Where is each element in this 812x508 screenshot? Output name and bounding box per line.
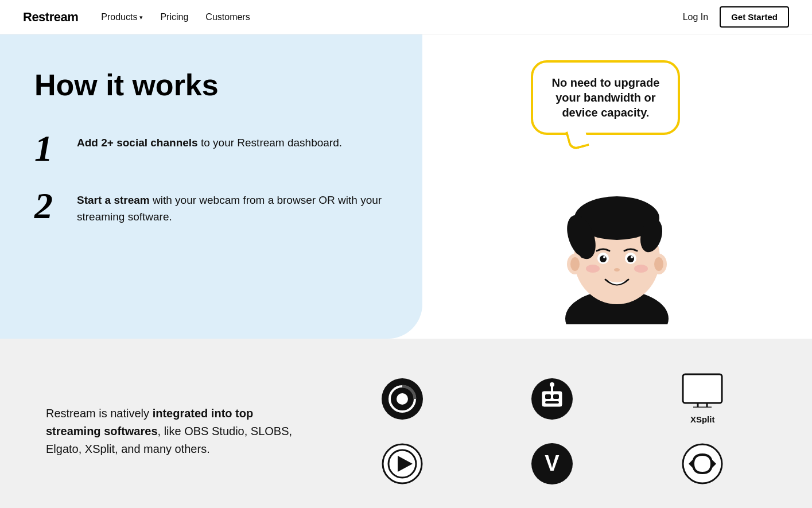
hero-left-panel: How it works 1 Add 2+ social channels to…: [0, 34, 422, 339]
navigation: Restream Products ▾ Pricing Customers Lo…: [0, 0, 812, 34]
svg-text:V: V: [545, 451, 560, 475]
chevron-down-icon: ▾: [139, 14, 143, 21]
sync-logo: [682, 443, 723, 484]
nav-customers[interactable]: Customers: [205, 12, 250, 22]
vmix-logo: V: [531, 443, 573, 484]
login-button[interactable]: Log In: [683, 12, 708, 22]
obs-logo: [382, 378, 423, 420]
step-2-number: 2: [34, 188, 63, 224]
streamlabs-logo: [531, 378, 573, 420]
svg-point-9: [654, 257, 663, 271]
nav-pricing[interactable]: Pricing: [160, 12, 188, 22]
xsplit-label: XSplit: [690, 414, 715, 424]
step-2-text: Start a stream with your webcam from a b…: [77, 188, 388, 225]
page-title: How it works: [34, 69, 388, 102]
vmix-icon: V: [531, 443, 573, 484]
xsplit-logo: XSplit: [682, 373, 723, 424]
obs-icon: [382, 378, 423, 420]
svg-point-14: [627, 255, 634, 262]
svg-rect-26: [545, 401, 559, 404]
svg-point-17: [634, 265, 648, 273]
svg-point-18: [614, 268, 620, 272]
character-illustration: No need to upgrade your bandwidth or dev…: [519, 49, 714, 324]
svg-point-7: [570, 257, 580, 271]
svg-point-15: [631, 256, 633, 258]
integrations-text: Restream is natively integrated into top…: [46, 405, 293, 458]
svg-rect-25: [553, 394, 559, 399]
elgato-icon: [382, 443, 423, 484]
step-2: 2 Start a stream with your webcam from a…: [34, 188, 388, 225]
svg-point-12: [603, 256, 605, 258]
integrations-section: Restream is natively integrated into top…: [0, 339, 812, 508]
svg-point-11: [600, 255, 607, 262]
elgato-logo: [382, 443, 423, 484]
speech-bubble: No need to upgrade your bandwidth or dev…: [531, 60, 680, 135]
logo[interactable]: Restream: [23, 10, 78, 25]
step-1: 1 Add 2+ social channels to your Restrea…: [34, 130, 388, 167]
sync-icon: [682, 443, 723, 484]
svg-point-16: [586, 265, 600, 273]
nav-links: Products ▾ Pricing Customers: [101, 12, 682, 22]
svg-rect-24: [545, 394, 551, 399]
xsplit-icon: [682, 373, 723, 408]
hero-section: How it works 1 Add 2+ social channels to…: [0, 34, 812, 339]
get-started-button[interactable]: Get Started: [720, 6, 789, 28]
step-1-number: 1: [34, 130, 63, 167]
software-logos-grid: XSplit V: [339, 373, 766, 489]
nav-actions: Log In Get Started: [683, 6, 789, 28]
svg-rect-29: [683, 374, 722, 403]
nav-products[interactable]: Products ▾: [101, 12, 143, 22]
svg-point-28: [550, 382, 554, 387]
svg-point-21: [397, 393, 408, 405]
svg-rect-23: [542, 391, 562, 407]
streamlabs-icon: [531, 378, 573, 420]
character-svg: [548, 152, 686, 324]
hero-right-panel: No need to upgrade your bandwidth or dev…: [422, 34, 812, 339]
step-1-text: Add 2+ social channels to your Restream …: [77, 130, 342, 152]
